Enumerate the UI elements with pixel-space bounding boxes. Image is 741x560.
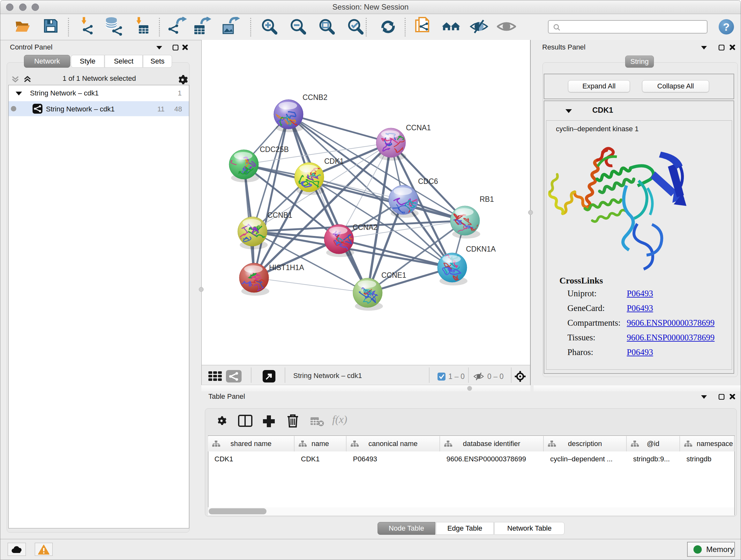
svg-text:CDKN1A: CDKN1A xyxy=(466,245,496,253)
svg-text:HIST1H1A: HIST1H1A xyxy=(269,263,305,272)
svg-text:CCNE1: CCNE1 xyxy=(381,271,406,279)
svg-text:RB1: RB1 xyxy=(480,195,494,203)
svg-text:CDK1: CDK1 xyxy=(324,157,344,165)
svg-text:CDC25B: CDC25B xyxy=(260,145,289,153)
svg-text:CDC6: CDC6 xyxy=(418,177,438,186)
svg-text:CCNB1: CCNB1 xyxy=(267,211,292,219)
svg-text:CCNA1: CCNA1 xyxy=(406,124,431,132)
svg-text:CCNA2: CCNA2 xyxy=(353,223,378,232)
svg-text:CCNB2: CCNB2 xyxy=(302,93,327,102)
